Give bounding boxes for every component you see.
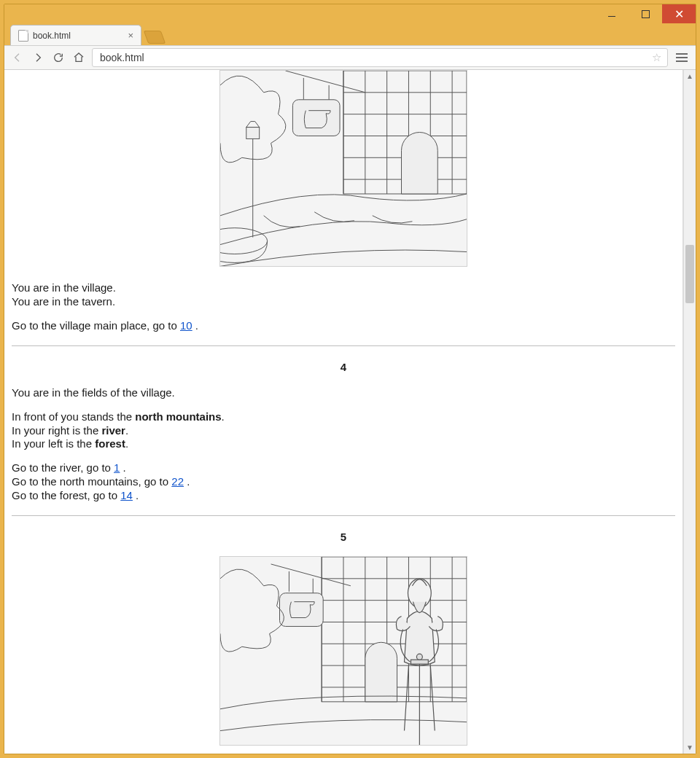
- text-fragment: .: [125, 424, 128, 437]
- page-link-22[interactable]: 22: [171, 475, 184, 488]
- svg-rect-13: [280, 593, 324, 627]
- section-number: 4: [12, 361, 675, 375]
- svg-point-17: [416, 654, 422, 660]
- text-fragment: .: [222, 410, 225, 423]
- page-link-14[interactable]: 14: [120, 489, 133, 501]
- browser-tab[interactable]: book.html ×: [10, 25, 141, 45]
- nav-home-button[interactable]: [71, 50, 86, 65]
- text-fragment: In your left is the: [12, 437, 95, 450]
- section-divider: [12, 515, 675, 516]
- nav-reload-button[interactable]: [51, 50, 66, 65]
- svg-rect-16: [411, 660, 428, 664]
- text-fragment: .: [125, 437, 128, 450]
- page-content: You are in the village. You are in the t…: [4, 70, 682, 754]
- bold-term: north mountains: [135, 410, 221, 423]
- text-fragment: Go to the village main place, go to: [12, 319, 180, 332]
- svg-rect-4: [292, 100, 340, 136]
- svg-line-10: [271, 564, 351, 586]
- text-fragment: Go to the forest, go to: [12, 489, 120, 501]
- choice-block: Go to the river, go to 1 . Go to the nor…: [12, 461, 675, 502]
- text-fragment: .: [184, 475, 190, 488]
- nav-forward-button[interactable]: [31, 50, 45, 65]
- choice-line: Go to the village main place, go to 10 .: [12, 319, 675, 333]
- bold-term: forest: [95, 437, 125, 450]
- section-text: In front of you stands the north mountai…: [12, 410, 675, 451]
- section-number: 5: [12, 531, 675, 544]
- section-text: You are in the fields of the village.: [12, 386, 675, 400]
- page-viewport[interactable]: You are in the village. You are in the t…: [4, 70, 683, 754]
- window-maximize-button[interactable]: [629, 4, 662, 23]
- text-fragment: In front of you stands the: [12, 410, 135, 423]
- bold-term: river: [101, 424, 125, 437]
- window-minimize-button[interactable]: [595, 4, 629, 23]
- file-icon: [18, 30, 28, 42]
- address-bar[interactable]: ☆: [92, 48, 668, 67]
- illustration-knight: [219, 556, 467, 746]
- scroll-up-arrow-icon[interactable]: ▲: [684, 70, 696, 82]
- bookmark-star-icon[interactable]: ☆: [652, 51, 661, 64]
- window-titlebar: [4, 4, 696, 23]
- text-line: You are in the tavern.: [12, 295, 115, 308]
- browser-toolbar: ☆: [4, 45, 696, 70]
- text-fragment: In your right is the: [12, 424, 101, 437]
- hamburger-menu-button[interactable]: [674, 53, 690, 62]
- text-fragment: .: [133, 489, 139, 501]
- svg-rect-6: [246, 128, 260, 139]
- illustration-tavern: [219, 70, 467, 267]
- text-fragment: Go to the north mountains, go to: [12, 475, 171, 488]
- svg-point-8: [220, 228, 268, 254]
- vertical-scrollbar[interactable]: ▲ ▼: [683, 70, 696, 754]
- page-link-10[interactable]: 10: [180, 319, 192, 332]
- viewport-wrap: You are in the village. You are in the t…: [4, 70, 696, 754]
- text-line: You are in the village.: [12, 281, 116, 294]
- browser-window: book.html × ☆: [4, 4, 696, 754]
- tab-strip: book.html ×: [4, 23, 696, 45]
- svg-marker-7: [246, 122, 260, 128]
- nav-back-button[interactable]: [10, 50, 25, 65]
- tab-title: book.html: [33, 31, 71, 41]
- svg-line-1: [285, 71, 365, 93]
- text-fragment: .: [120, 461, 125, 474]
- text-fragment: Go to the river, go to: [12, 461, 114, 474]
- section-divider: [12, 345, 675, 346]
- window-close-button[interactable]: [662, 4, 696, 23]
- new-tab-button[interactable]: [144, 31, 166, 44]
- scrollbar-thumb[interactable]: [685, 245, 694, 303]
- tab-close-icon[interactable]: ×: [128, 30, 133, 41]
- url-input[interactable]: [98, 51, 648, 64]
- section-text: You are in the village. You are in the t…: [12, 281, 675, 309]
- scroll-down-arrow-icon[interactable]: ▼: [684, 741, 696, 754]
- text-fragment: .: [192, 319, 198, 332]
